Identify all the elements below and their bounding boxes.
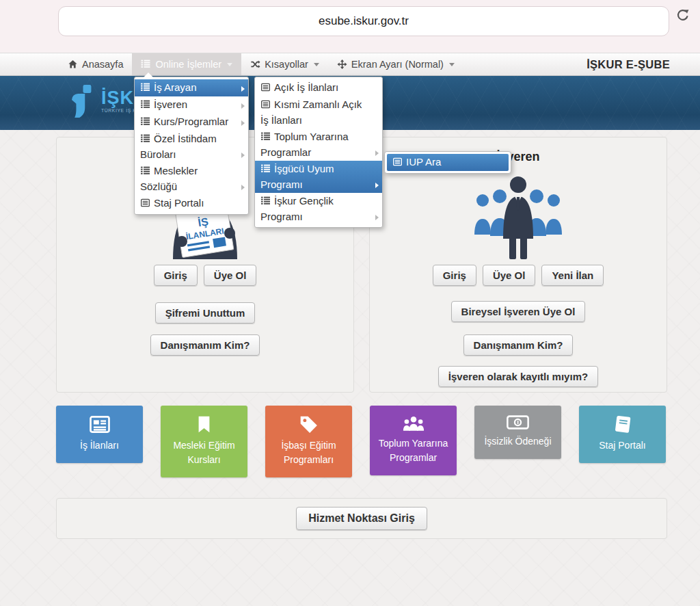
newspaper-icon: [90, 415, 110, 434]
users-icon: [402, 415, 425, 432]
newspaper-title-line1: İŞ: [197, 215, 209, 228]
list-alt-icon: [392, 155, 403, 170]
nav-item-kisayollar[interactable]: Kısayollar: [241, 53, 328, 75]
shuffle-icon: [250, 60, 260, 69]
menu-item-iup-ara[interactable]: IUP Ara: [387, 154, 509, 171]
list-icon: [140, 132, 150, 147]
tile-label: Staj Portalı: [599, 438, 645, 453]
bookmark-icon: [195, 415, 213, 434]
list-icon: [140, 98, 150, 113]
submenu-arrow-icon: [375, 183, 379, 188]
menu-item-kismi-zamanli-acik-is-ilanlari[interactable]: Kısmi Zamanlı Açık İş İlanları: [255, 96, 382, 129]
job-seeker-login-button[interactable]: Giriş: [154, 265, 198, 286]
tile-label: İşsizlik Ödeneği: [484, 434, 551, 449]
list-icon: [140, 81, 150, 96]
caret-down-icon: [227, 63, 232, 66]
is-arayan-submenu: Açık İş İlanları Kısmi Zamanlı Açık İş İ…: [254, 77, 383, 228]
employer-register-button[interactable]: Üye Ol: [483, 265, 536, 286]
service-point-panel: Hizmet Noktası Giriş: [56, 498, 667, 539]
tile-is-ilanlari[interactable]: İş İlanları: [56, 406, 143, 463]
iskur-esube-page: esube.iskur.gov.tr Anasayfa Online İşlem…: [0, 0, 700, 606]
menu-item-isveren[interactable]: İşveren: [135, 96, 248, 114]
submenu-arrow-icon: [375, 150, 379, 156]
menu-item-is-arayan[interactable]: İş Arayan: [135, 79, 248, 96]
menu-item-meslekler-sozlugu[interactable]: Meslekler Sözlüğü: [135, 163, 248, 195]
isgucu-uyum-submenu: IUP Ara: [384, 151, 511, 174]
tile-toplum-yararina-programlar[interactable]: Toplum Yararına Programlar: [370, 406, 457, 475]
individual-employer-register-button[interactable]: Bireysel İşveren Üye Ol: [451, 301, 586, 322]
employer-group-illustration: [457, 176, 580, 259]
list-icon: [260, 162, 271, 177]
menu-item-isgucu-uyum-programi[interactable]: İşgücü Uyum Programı: [255, 161, 382, 193]
menu-item-label: İşgücü Uyum Programı: [260, 163, 334, 190]
brand-title: İŞKUR E-ŞUBE: [587, 58, 670, 71]
menu-item-label: İşveren: [154, 98, 187, 110]
menu-item-iskur-genclik-programi[interactable]: İşkur Gençlik Programı: [255, 193, 382, 225]
menu-item-toplum-yararina-programlar[interactable]: Toplum Yararına Programlar: [255, 129, 382, 161]
browser-toolbar: esube.iskur.gov.tr: [0, 0, 700, 53]
menu-item-label: IUP Ara: [406, 156, 441, 168]
shortcut-tiles: İş İlanları Mesleki Eğitim Kursları İşba…: [56, 406, 669, 477]
url-text: esube.iskur.gov.tr: [319, 14, 409, 28]
submenu-arrow-icon: [241, 103, 245, 109]
tile-label: Mesleki Eğitim Kursları: [166, 438, 242, 467]
employer-who-is-my-advisor-button[interactable]: Danışmanım Kim?: [463, 334, 574, 356]
submenu-arrow-icon: [241, 185, 245, 190]
forgot-password-button[interactable]: Şifremi Unuttum: [155, 302, 256, 324]
caret-down-icon: [449, 63, 455, 66]
home-icon: [68, 60, 78, 69]
service-point-login-button[interactable]: Hizmet Noktası Giriş: [296, 507, 427, 530]
tile-label: Toplum Yararına Programlar: [375, 436, 451, 465]
list-icon: [141, 60, 151, 69]
employer-login-button[interactable]: Giriş: [433, 265, 476, 286]
arrows-icon: [337, 60, 347, 69]
job-seeker-who-is-my-advisor-button[interactable]: Danışmanım Kim?: [150, 334, 260, 356]
list-alt-icon: [140, 196, 150, 211]
submenu-arrow-icon: [241, 120, 245, 126]
tile-issizlik-odenegi[interactable]: İşsizlik Ödeneği: [474, 406, 561, 459]
submenu-arrow-icon: [241, 86, 245, 92]
menu-item-staj-portali[interactable]: Staj Portalı: [135, 195, 248, 212]
job-seeker-register-button[interactable]: Üye Ol: [204, 265, 257, 286]
am-i-registered-as-employer-button[interactable]: İşveren olarak kayıtlı mıyım?: [438, 366, 598, 387]
tag-icon: [299, 415, 318, 434]
tile-label: İş İlanları: [80, 438, 119, 453]
menu-item-label: İş Arayan: [154, 81, 197, 93]
nav-label: Ekran Ayarı (Normal): [351, 59, 444, 70]
reload-icon[interactable]: [676, 8, 690, 21]
list-alt-icon: [260, 98, 271, 113]
menu-item-label: Kurs/Programlar: [154, 116, 228, 127]
money-icon: [507, 415, 529, 430]
caret-down-icon: [314, 63, 319, 66]
list-icon: [260, 130, 271, 145]
nav-label: Kısayollar: [265, 59, 308, 70]
menu-item-label: Staj Portalı: [154, 197, 204, 209]
tile-isbasi-egitim-programlari[interactable]: İşbaşı Eğitim Programları: [265, 406, 352, 477]
menu-item-acik-is-ilanlari[interactable]: Açık İş İlanları: [255, 79, 382, 96]
menu-item-ozel-istihdam-burolari[interactable]: Özel İstihdam Büroları: [135, 131, 248, 163]
iskur-logo-icon: [64, 83, 94, 118]
submenu-arrow-icon: [241, 153, 245, 158]
nav-item-ekran-ayari[interactable]: Ekran Ayarı (Normal): [328, 53, 463, 75]
tile-mesleki-egitim-kurslari[interactable]: Mesleki Eğitim Kursları: [161, 406, 247, 477]
nav-item-anasayfa[interactable]: Anasayfa: [59, 53, 132, 75]
menu-item-kurs-programlar[interactable]: Kurs/Programlar: [135, 114, 248, 131]
menu-item-label: İşkur Gençlik Programı: [260, 195, 334, 222]
menu-item-label: Özel İstihdam Büroları: [140, 133, 217, 160]
menu-item-label: Kısmi Zamanlı Açık İş İlanları: [260, 98, 362, 126]
employer-panel: İşveren Giriş Üye Ol Yeni İlan Bi: [369, 137, 667, 393]
list-icon: [260, 194, 271, 209]
menu-item-label: Açık İş İlanları: [274, 81, 338, 93]
online-islemler-dropdown: İş Arayan İşveren Kurs/Programlar Özel İ…: [134, 77, 249, 215]
menu-item-label: Toplum Yararına Programlar: [260, 131, 349, 158]
nav-label: Anasayfa: [82, 59, 123, 70]
list-icon: [140, 115, 150, 130]
tile-staj-portali[interactable]: Staj Portalı: [579, 406, 666, 463]
list-icon: [140, 164, 150, 179]
list-alt-icon: [260, 81, 271, 96]
new-job-posting-button[interactable]: Yeni İlan: [541, 265, 604, 286]
nav-label: Online İşlemler: [155, 59, 221, 70]
main-navbar: Anasayfa Online İşlemler Kısayollar Ekra…: [0, 53, 700, 76]
tile-label: İşbaşı Eğitim Programları: [271, 438, 347, 467]
address-bar[interactable]: esube.iskur.gov.tr: [58, 6, 669, 36]
